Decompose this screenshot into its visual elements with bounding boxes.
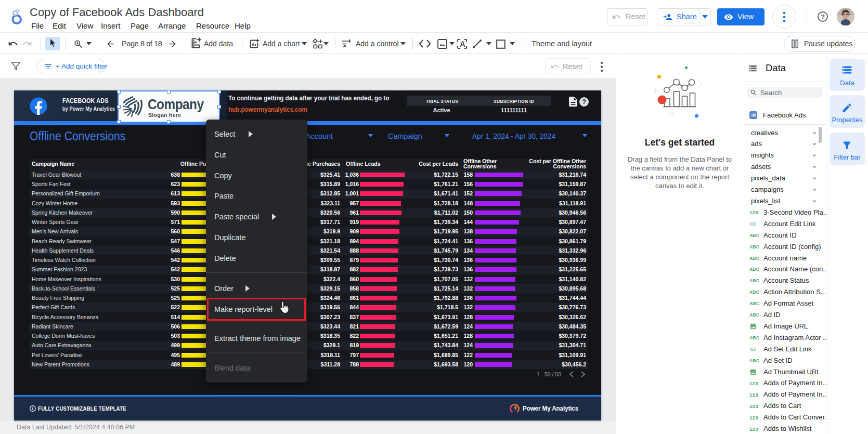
svg-text:?: ? [582,98,586,106]
